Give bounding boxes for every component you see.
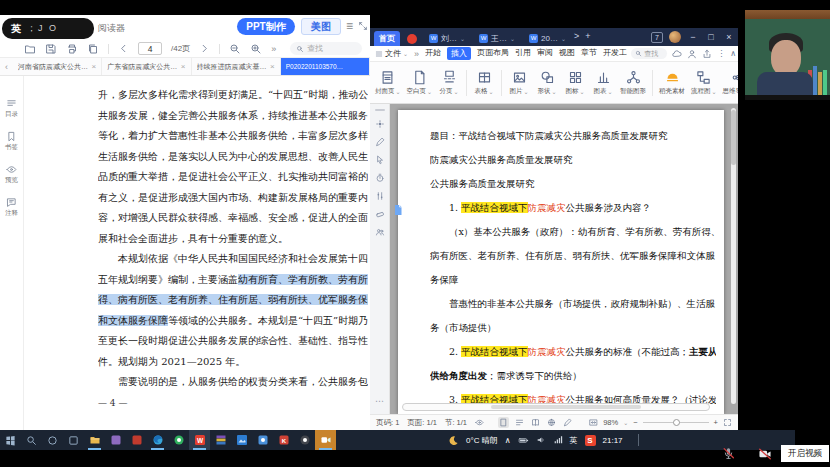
- web-view-icon[interactable]: [546, 417, 557, 428]
- sidebar-item-bookmark[interactable]: 书签: [5, 131, 18, 152]
- wps-document-page[interactable]: 题目：平战结合视域下防震减灾公共服务高质量发展研究防震减灾公共服务高质量发展研究…: [398, 110, 724, 414]
- window-count-badge[interactable]: 7: [651, 32, 663, 43]
- toolstrip-more-icon[interactable]: ⋯: [375, 397, 384, 406]
- sidebar-item-note[interactable]: 注释: [5, 197, 18, 218]
- zoom-in-button[interactable]: +: [714, 418, 718, 427]
- ppt-promo-button[interactable]: PPT制作: [237, 18, 295, 35]
- audience-icon[interactable]: [375, 227, 385, 237]
- meitu-promo-button[interactable]: 美图: [301, 18, 341, 35]
- prev-page-button[interactable]: [118, 43, 129, 54]
- pdf-tab-4[interactable]: P0202201103570…: [281, 58, 370, 75]
- network-icon[interactable]: [553, 435, 563, 445]
- insert-hint-icon[interactable]: [392, 204, 404, 216]
- taskbar-wps-icon[interactable]: W: [189, 430, 210, 450]
- save-button[interactable]: [45, 43, 57, 55]
- expand-icon[interactable]: [358, 21, 368, 31]
- vertical-scrollbar[interactable]: [731, 108, 736, 404]
- menu-tab-视图[interactable]: 视图: [559, 47, 575, 60]
- taskbar-search-icon[interactable]: [21, 430, 42, 450]
- minimize-button[interactable]: −: [687, 32, 699, 42]
- horizontal-scrollbar[interactable]: [402, 403, 710, 411]
- ribbon-table-button[interactable]: 表格⌄: [473, 70, 495, 96]
- menu-tab-开始[interactable]: 开始: [425, 47, 441, 60]
- close-button[interactable]: ×: [723, 32, 735, 42]
- wps-doc-tab-2[interactable]: W王…⌄: [474, 31, 520, 46]
- ribbon-icon-library-button[interactable]: 图标⌄: [564, 70, 586, 96]
- ribbon-blank-page-button[interactable]: 空白页⌄: [407, 70, 433, 96]
- cloud-sync-icon[interactable]: [672, 49, 682, 59]
- taskbar-app-green-icon[interactable]: [168, 430, 189, 450]
- menu-tab-引用[interactable]: 引用: [515, 47, 531, 60]
- taskbar-app-dark-icon[interactable]: [294, 430, 315, 450]
- page-number-input[interactable]: [138, 42, 162, 55]
- taskbar-app-red-icon[interactable]: [126, 430, 147, 450]
- account-icon[interactable]: [687, 49, 697, 59]
- pdf-search-box[interactable]: 查找: [290, 42, 362, 55]
- tabs-scroll-left-icon[interactable]: ‹: [0, 62, 13, 72]
- pdf-tab-1[interactable]: 河南省防震减灾公共服务…×: [13, 58, 102, 75]
- fit-width-icon[interactable]: [589, 418, 598, 427]
- ribbon-material-button[interactable]: 稻壳素材: [659, 70, 685, 96]
- book-view-icon[interactable]: [530, 417, 541, 428]
- wps-doc-tab-1[interactable]: W刘…⌄: [424, 31, 470, 46]
- taskbar-cortana-icon[interactable]: [42, 430, 63, 450]
- adjust-icon[interactable]: [375, 191, 385, 201]
- new-tab-icon[interactable]: +: [582, 31, 593, 41]
- zoom-out-button[interactable]: [229, 43, 241, 55]
- close-tab-icon[interactable]: ×: [92, 62, 97, 71]
- pdf-tab-2[interactable]: 广东省防震减灾公共服务…×: [102, 58, 191, 75]
- ink-icon[interactable]: [562, 417, 573, 428]
- eraser-icon[interactable]: [375, 209, 385, 219]
- taskbar-app-archive-icon[interactable]: [210, 430, 231, 450]
- ribbon-mindmap-button[interactable]: 思维导图⌄: [723, 70, 738, 96]
- scrollbar-thumb[interactable]: [491, 405, 641, 409]
- chevron-down-icon[interactable]: ⌄: [460, 35, 465, 42]
- taskbar-file-explorer-icon[interactable]: [84, 430, 105, 450]
- pen-icon[interactable]: [375, 137, 385, 147]
- timer-icon[interactable]: [375, 173, 385, 183]
- chevron-down-icon[interactable]: ⌄: [510, 35, 515, 42]
- open-file-button[interactable]: [24, 43, 36, 55]
- wps-doc-tab-3[interactable]: W20…⌄: [524, 31, 571, 46]
- sidebar-item-toc[interactable]: 目录: [5, 98, 18, 119]
- pdf-tab-3[interactable]: 持续推进防震减灾基本公共…×: [192, 58, 281, 75]
- pdf-document-page[interactable]: 升，多层次多样化需求得到更好满足。“十四五”时期，推动公共服务发展，健全完善公共…: [24, 76, 370, 430]
- zoom-level[interactable]: 98%: [603, 418, 618, 427]
- more-tools-icon[interactable]: »: [271, 44, 276, 54]
- hamburger-menu-icon[interactable]: ≡: [346, 19, 353, 33]
- participant-video[interactable]: [745, 10, 830, 100]
- ime-indicator[interactable]: 英: [570, 435, 578, 446]
- ribbon-smartart-button[interactable]: 智能图形: [620, 70, 646, 96]
- zoom-out-button[interactable]: −: [633, 418, 637, 427]
- kebab-icon[interactable]: ⋮: [717, 50, 725, 58]
- weather-label[interactable]: 0°C 晴朗: [466, 435, 498, 446]
- chevron-down-icon[interactable]: ⌄: [561, 35, 566, 42]
- show-desktop-button[interactable]: [638, 434, 640, 446]
- taskbar-app-purple-icon[interactable]: [105, 430, 126, 450]
- outline-view-icon[interactable]: [514, 417, 525, 428]
- menu-overflow-icon[interactable]: »: [414, 49, 419, 59]
- ribbon-chart-button[interactable]: 图表⌄: [592, 70, 614, 96]
- taskbar-meeting-icon[interactable]: [315, 430, 336, 450]
- ribbon-page-break-button[interactable]: 分页⌄: [438, 70, 460, 96]
- fullscreen-icon[interactable]: [723, 418, 732, 427]
- file-menu[interactable]: 文件 ⌄: [375, 48, 408, 59]
- taskbar-task-view-icon[interactable]: [63, 430, 84, 450]
- collapse-ribbon-icon[interactable]: ∧: [730, 50, 736, 58]
- taskbar-photos-icon[interactable]: [231, 430, 252, 450]
- zoom-slider-knob[interactable]: [673, 419, 680, 426]
- ribbon-picture-button[interactable]: 图片⌄: [508, 70, 530, 96]
- ribbon-cover-page-button[interactable]: 封面页⌄: [375, 70, 401, 96]
- clock[interactable]: 21:17: [603, 436, 623, 445]
- next-page-button[interactable]: [199, 43, 210, 54]
- maximize-button[interactable]: □: [705, 32, 717, 42]
- menu-tab-页面布局[interactable]: 页面布局: [477, 47, 509, 60]
- toolstrip-handle[interactable]: [375, 109, 385, 111]
- wps-logo-icon[interactable]: [407, 34, 417, 44]
- taskbar-app-k-icon[interactable]: K: [273, 430, 294, 450]
- ribbon-flowchart-button[interactable]: 流程图⌄: [691, 70, 717, 96]
- taskbar-start-button[interactable]: [0, 430, 21, 450]
- battery-icon[interactable]: [518, 435, 529, 446]
- sogou-ime-icon[interactable]: S: [585, 435, 596, 446]
- print-layout-icon[interactable]: [498, 417, 509, 428]
